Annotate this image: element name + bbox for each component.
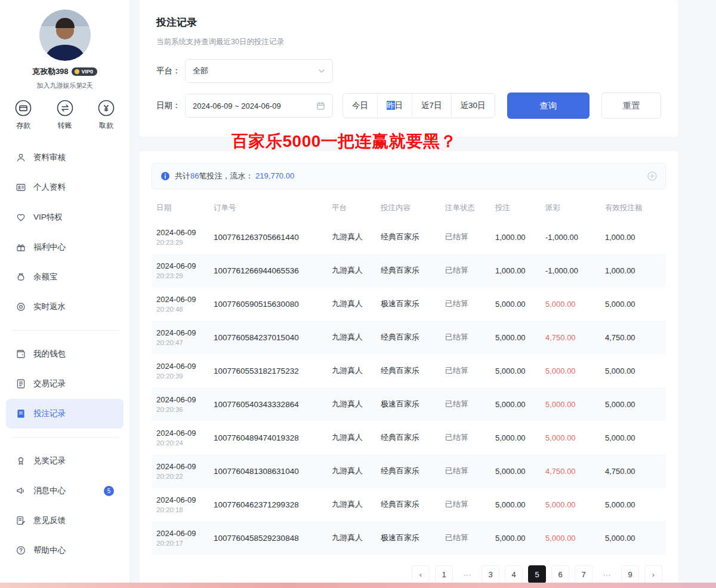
quick-action-transfer[interactable]: 转账 <box>56 99 74 131</box>
sidebar-item-label: VIP特权 <box>33 212 63 223</box>
sidebar-item[interactable]: 资料审核 <box>6 143 124 173</box>
expand-icon[interactable] <box>647 171 657 181</box>
cell-bet: 5,000.00 <box>490 287 541 321</box>
calendar-icon <box>316 101 325 110</box>
avatar[interactable] <box>39 10 91 61</box>
column-header: 平台 <box>327 195 376 220</box>
quick-date-button[interactable]: 近7日 <box>412 94 452 118</box>
feedback-icon <box>16 515 26 526</box>
table-row: 2024-06-0920:20:221007760481308631040九游真… <box>152 454 666 488</box>
sidebar-item-label: 福利中心 <box>33 242 66 253</box>
search-button[interactable]: 查询 <box>507 93 590 119</box>
cell-platform: 九游真人 <box>327 387 376 421</box>
sidebar-item-label: 交易记录 <box>33 378 66 389</box>
column-header: 有效投注额 <box>600 195 666 220</box>
date-range-value: 2024-06-09 ~ 2024-06-09 <box>193 101 281 110</box>
page-button[interactable]: 3 <box>482 565 499 583</box>
page-ellipsis[interactable]: ··· <box>598 565 616 583</box>
cell-valid: 1,000.00 <box>600 254 666 287</box>
table-row: 2024-06-0920:20:171007760458529230848九游真… <box>152 521 666 555</box>
pagination: ‹1···34567···9› <box>152 565 666 583</box>
cell-platform: 九游真人 <box>327 287 376 321</box>
records-tbody: 2024-06-0920:23:291007761263705661440九游真… <box>152 220 666 555</box>
sidebar-item[interactable]: 消息中心5 <box>6 476 124 506</box>
cell-status: 已结算 <box>440 488 490 521</box>
sidebar-item[interactable]: 福利中心 <box>6 232 124 262</box>
reset-button[interactable]: 重置 <box>601 93 661 119</box>
column-header: 投注内容 <box>376 195 440 220</box>
platform-select-value: 全部 <box>193 66 208 76</box>
cell-date: 2024-06-0920:20:48 <box>152 287 209 321</box>
selected-text: 昨 <box>387 101 395 110</box>
sidebar-item[interactable]: 交易记录 <box>6 369 124 399</box>
cell-platform: 九游真人 <box>327 454 376 488</box>
cell-status: 已结算 <box>440 521 490 555</box>
cell-status: 已结算 <box>440 321 490 354</box>
idcard-icon <box>16 182 26 193</box>
column-header: 投注 <box>490 195 541 220</box>
unread-badge: 5 <box>104 486 114 496</box>
quick-actions: 存款转账取款 <box>0 90 129 134</box>
sidebar-item[interactable]: VIP特权 <box>6 202 124 232</box>
page-button[interactable]: 1 <box>435 565 453 583</box>
sidebar-item[interactable]: 帮助中心 <box>6 535 124 565</box>
menu-divider <box>11 437 119 438</box>
cell-platform: 九游真人 <box>327 254 376 287</box>
sidebar-item[interactable]: 投注记录 <box>6 399 124 429</box>
page-button[interactable]: 6 <box>551 565 569 583</box>
username: 克孜勒398 <box>32 66 69 77</box>
sidebar-item[interactable]: 我的钱包 <box>6 339 124 369</box>
quick-date-group: 今日昨日近7日近30日 <box>342 93 495 118</box>
cell-order: 1007760584237015040 <box>209 321 327 354</box>
page-subtitle: 当前系统支持查询最近30日的投注记录 <box>156 37 661 47</box>
quick-date-button[interactable]: 今日 <box>343 94 378 118</box>
page-button[interactable]: 7 <box>575 565 592 583</box>
sidebar-item[interactable]: 个人资料 <box>6 173 124 202</box>
page-prev-button[interactable]: ‹ <box>412 565 430 583</box>
cell-content: 经典百家乐 <box>376 454 440 488</box>
bet-count: 86 <box>190 171 199 180</box>
page-ellipsis[interactable]: ··· <box>458 565 476 583</box>
date-label: 日期： <box>156 100 185 111</box>
column-header: 日期 <box>152 195 209 220</box>
platform-row: 平台： 全部 <box>156 59 661 83</box>
vip-badge: VIP0 <box>72 67 98 76</box>
sidebar-item[interactable]: 兑奖记录 <box>6 446 124 476</box>
page-button[interactable]: 4 <box>505 565 523 583</box>
quick-action-label: 转账 <box>58 121 72 131</box>
page-button[interactable]: 9 <box>621 565 639 583</box>
cell-payout: 4,750.00 <box>541 321 600 354</box>
page-button[interactable]: 5 <box>528 565 546 583</box>
records-table: 日期订单号平台投注内容注单状态投注派彩有效投注额 2024-06-0920:23… <box>152 195 666 555</box>
platform-label: 平台： <box>156 66 185 76</box>
cell-platform: 九游真人 <box>327 220 376 254</box>
sidebar-item[interactable]: 意见反馈 <box>6 506 124 535</box>
cell-platform: 九游真人 <box>327 321 376 354</box>
cell-date: 2024-06-0920:23:29 <box>152 220 209 254</box>
menu-divider <box>11 330 119 331</box>
date-range-input[interactable]: 2024-06-09 ~ 2024-06-09 <box>185 94 333 118</box>
quick-action-withdraw[interactable]: 取款 <box>97 99 115 131</box>
quick-date-button[interactable]: 近30日 <box>452 94 495 118</box>
cell-order: 1007760462371299328 <box>209 488 327 521</box>
megaphone-icon <box>16 485 26 496</box>
column-header: 注单状态 <box>440 195 490 220</box>
page-next-button[interactable]: › <box>644 565 662 583</box>
sidebar-item-label: 实时返水 <box>33 301 66 312</box>
platform-select[interactable]: 全部 <box>185 59 333 83</box>
sidebar-item-label: 投注记录 <box>33 408 66 419</box>
vip-icon <box>74 69 80 75</box>
quick-action-deposit[interactable]: 存款 <box>14 99 32 131</box>
quick-date-button[interactable]: 昨日 <box>378 94 412 118</box>
sidebar-item-label: 消息中心 <box>33 485 66 496</box>
info-icon <box>161 171 170 181</box>
withdraw-icon <box>97 99 115 117</box>
table-row: 2024-06-0920:23:291007761266944065536九游真… <box>152 254 666 287</box>
sidebar-item[interactable]: 余额宝 <box>6 262 124 292</box>
cell-bet: 5,000.00 <box>490 421 541 454</box>
cell-bet: 5,000.00 <box>490 387 541 421</box>
cell-date: 2024-06-0920:20:24 <box>152 421 209 454</box>
cell-content: 经典百家乐 <box>376 321 440 354</box>
sidebar-item[interactable]: 实时返水 <box>6 292 124 322</box>
sidebar-item-label: 兑奖记录 <box>33 455 66 466</box>
